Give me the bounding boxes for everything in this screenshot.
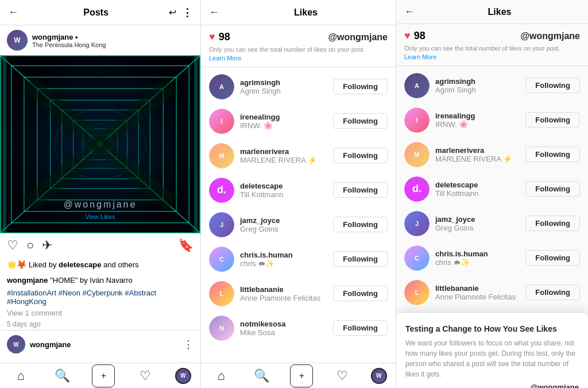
right-user-avatar-little[interactable]: L: [404, 280, 430, 305]
right-user-display-jamz: Greg Goins: [435, 224, 520, 232]
right-username-jamz[interactable]: jamz_joyce: [435, 215, 520, 224]
right-user-avatar-irene[interactable]: I: [404, 107, 430, 133]
right-learn-more-link[interactable]: Learn More: [404, 53, 436, 60]
user-list-item: Cchris.is.humanchris 🌧✨Following: [201, 242, 396, 276]
nav-add-m[interactable]: +: [290, 364, 313, 387]
more-options-icon[interactable]: ⋮: [182, 6, 192, 19]
user-info-chris: chris.is.humanchris 🌧✨: [240, 251, 327, 268]
bottom-user-avatar[interactable]: W: [7, 335, 25, 354]
right-username-delete[interactable]: deletescape: [435, 180, 520, 189]
right-following-btn-chris[interactable]: Following: [525, 250, 580, 266]
post-user-avatar[interactable]: W: [7, 30, 28, 51]
user-avatar-chris[interactable]: C: [209, 247, 234, 272]
right-following-btn-marlene[interactable]: Following: [525, 147, 580, 162]
right-username-agrim[interactable]: agrimsingh: [435, 77, 520, 86]
comment-icon[interactable]: ○: [26, 238, 34, 253]
right-username-marlene[interactable]: marlenerivera: [435, 146, 520, 155]
user-avatar-little[interactable]: L: [209, 281, 234, 306]
right-following-btn-jamz[interactable]: Following: [525, 216, 580, 231]
user-display-little: Anne Piamonte Felicitas: [240, 294, 327, 302]
user-avatar-jamz[interactable]: J: [209, 212, 234, 237]
right-user-list-item: Jjamz_joyceGreg GoinsFollowing: [396, 206, 588, 241]
right-user-avatar-chris[interactable]: C: [404, 245, 430, 271]
username-agrim[interactable]: agrimsingh: [240, 78, 327, 87]
following-btn-delete[interactable]: Following: [333, 182, 388, 198]
right-following-btn-irene[interactable]: Following: [525, 112, 580, 128]
posts-back-button[interactable]: ←: [8, 6, 18, 18]
caption-username[interactable]: wongmjane: [7, 276, 48, 285]
likes-middle-back-button[interactable]: ←: [209, 6, 219, 18]
nav-heart-m[interactable]: ♡: [331, 364, 354, 387]
likes-right-header: ← Likes: [396, 0, 588, 24]
nav-profile[interactable]: W: [175, 368, 191, 384]
nav-profile-m[interactable]: W: [371, 368, 387, 384]
right-user-list-item: MmarleneriveraMARLENE RIVERA ⚡Following: [396, 137, 588, 172]
right-following-btn-delete[interactable]: Following: [525, 181, 580, 197]
nav-home[interactable]: ⌂: [9, 364, 32, 387]
posts-header: ← Posts ↩ ⋮: [0, 0, 200, 25]
right-username-irene[interactable]: irenealingg: [435, 112, 520, 120]
learn-more-link[interactable]: Learn More: [209, 55, 241, 62]
right-user-list-item: IirenealinggIRNW. 🌸Following: [396, 103, 588, 137]
following-btn-little[interactable]: Following: [333, 286, 388, 301]
nav-search[interactable]: 🔍: [51, 364, 74, 387]
posts-bottom-nav: ⌂ 🔍 + ♡ W: [0, 363, 200, 388]
nav-heart[interactable]: ♡: [134, 364, 157, 387]
right-following-btn-agrim[interactable]: Following: [525, 78, 580, 93]
username-marlene[interactable]: marlenerivera: [240, 147, 327, 156]
nav-search-m[interactable]: 🔍: [250, 364, 273, 387]
username-jamz[interactable]: jamz_joyce: [240, 216, 327, 225]
post-hashtags: #InstallationArt #Neon #Cyberpunk #Abstr…: [0, 287, 200, 308]
bookmark-icon[interactable]: 🔖: [178, 238, 194, 253]
right-user-avatar-agrim[interactable]: A: [404, 73, 430, 98]
liked-user[interactable]: deletescape: [59, 260, 101, 269]
likes-username: @wongmjane: [328, 32, 388, 43]
post-likes-info: 🌟🦊 Liked by deletescape and others: [0, 258, 200, 274]
likes-count: 98: [219, 31, 230, 43]
bottom-more-icon[interactable]: ⋮: [183, 338, 194, 351]
user-avatar-notmike[interactable]: N: [209, 316, 234, 341]
right-following-btn-little[interactable]: Following: [525, 285, 580, 300]
following-btn-marlene[interactable]: Following: [333, 148, 388, 163]
right-user-list-item: AagrimsinghAgrim SinghFollowing: [396, 68, 588, 103]
right-user-avatar-jamz[interactable]: J: [404, 211, 430, 236]
user-avatar-irene[interactable]: I: [209, 109, 234, 134]
right-user-list-item: d.deletescapeTill KottmannFollowing: [396, 172, 588, 206]
caption-text: "HOME" by Iván Navarro: [50, 276, 133, 285]
testing-username: @wongmjane: [405, 383, 579, 388]
username-little[interactable]: littlebananie: [240, 285, 327, 294]
following-btn-jamz[interactable]: Following: [333, 217, 388, 232]
right-user-info-delete: deletescapeTill Kottmann: [435, 180, 520, 198]
following-btn-irene[interactable]: Following: [333, 113, 388, 129]
like-icon[interactable]: ♡: [7, 238, 18, 253]
reply-icon[interactable]: ↩: [169, 7, 176, 18]
following-btn-notmike[interactable]: Following: [333, 320, 388, 336]
post-image: @wongmjane View Likes: [0, 55, 200, 233]
right-user-avatar-delete[interactable]: d.: [404, 176, 430, 202]
comment-link[interactable]: View 1 comment: [0, 308, 200, 318]
nav-home-m[interactable]: ⌂: [210, 364, 233, 387]
share-icon[interactable]: ✈: [42, 238, 52, 253]
right-user-avatar-marlene[interactable]: M: [404, 142, 430, 167]
username-delete[interactable]: deletescape: [240, 182, 327, 190]
likes-right-back-button[interactable]: ←: [404, 6, 415, 18]
right-likes-username: @wongmjane: [520, 31, 580, 41]
user-avatar-delete[interactable]: d.: [209, 178, 234, 203]
username-irene[interactable]: irenealingg: [240, 113, 327, 121]
post-actions: ♡ ○ ✈ 🔖: [0, 233, 200, 258]
post-content-area: W wongmjane • The Peninsula Hong Kong: [0, 25, 200, 363]
following-btn-agrim[interactable]: Following: [333, 79, 388, 94]
user-avatar-agrim[interactable]: A: [209, 74, 234, 99]
svg-text:@wongmjane: @wongmjane: [64, 199, 137, 209]
user-info-notmike: notmikesosaMike Sosa: [240, 320, 327, 337]
right-username-little[interactable]: littlebananie: [435, 284, 520, 293]
username-notmike[interactable]: notmikesosa: [240, 320, 327, 328]
nav-add[interactable]: +: [92, 364, 115, 387]
user-avatar-marlene[interactable]: M: [209, 143, 234, 168]
likes-right-title: Likes: [419, 7, 580, 17]
username-chris[interactable]: chris.is.human: [240, 251, 327, 259]
following-btn-chris[interactable]: Following: [333, 251, 388, 267]
post-scroll: W wongmjane • The Peninsula Hong Kong: [0, 25, 200, 358]
post-username[interactable]: wongmjane •: [32, 33, 194, 41]
right-username-chris[interactable]: chris.is.human: [435, 249, 520, 258]
